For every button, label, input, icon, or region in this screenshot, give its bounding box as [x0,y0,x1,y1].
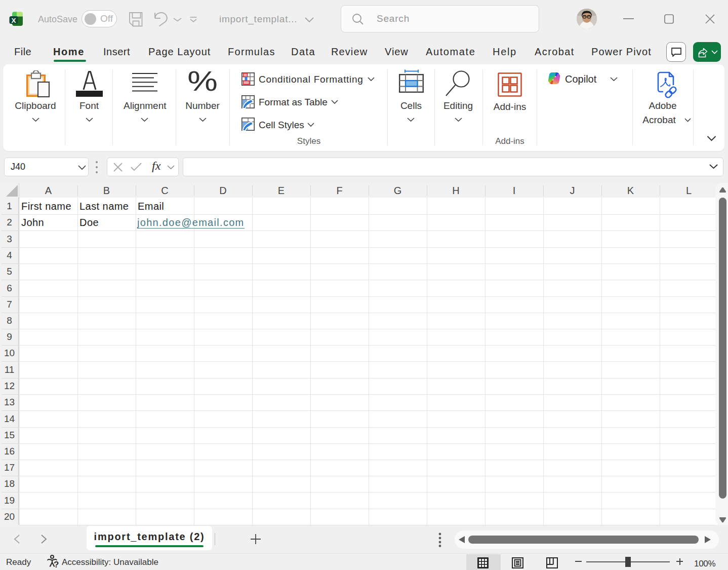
svg-text:X: X [11,17,16,24]
svg-text:?: ? [54,560,59,569]
